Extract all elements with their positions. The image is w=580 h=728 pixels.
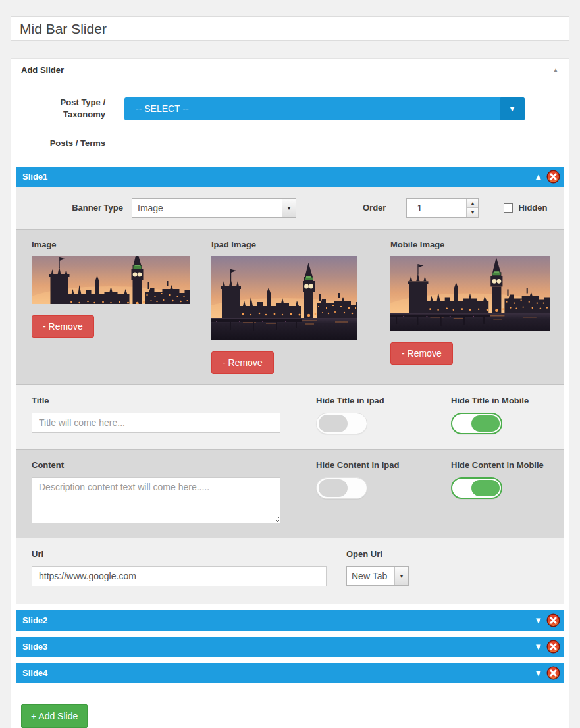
slide-2-delete-icon[interactable] <box>546 613 560 627</box>
slide-3-title: Slide3 <box>22 642 534 652</box>
slide-1-title: Slide1 <box>22 172 534 182</box>
post-type-select[interactable]: -- SELECT -- ▼ <box>124 97 525 120</box>
content-textarea[interactable] <box>32 477 280 523</box>
posts-terms-row: Posts / Terms <box>20 138 564 149</box>
hide-content-mobile-col: Hide Content in Mobile <box>451 460 564 526</box>
open-url-select[interactable]: New Tab ▾ <box>346 566 409 586</box>
remove-mobile-image-button[interactable]: - Remove <box>390 342 453 365</box>
mobile-image-preview <box>390 256 550 331</box>
hide-content-ipad-col: Hide Content in ipad <box>316 460 451 526</box>
select-arrow-icon[interactable]: ▾ <box>282 199 296 217</box>
slide-2-title: Slide2 <box>22 615 534 625</box>
panel-header[interactable]: Add Slider ▲ <box>11 59 569 82</box>
chevron-down-icon[interactable]: ▼ <box>500 97 525 120</box>
toggle-knob <box>471 415 500 432</box>
hide-title-ipad-label: Hide Title in ipad <box>316 396 451 405</box>
page-title-text: Mid Bar Slider <box>20 21 107 37</box>
ipad-image-preview <box>211 256 357 340</box>
post-type-row: Post Type / Taxonomy -- SELECT -- ▼ <box>20 97 564 120</box>
slide-1: Slide1 ▲ Banner Type Image ▾ Order <box>16 167 564 604</box>
hide-content-mobile-toggle[interactable] <box>451 477 502 499</box>
open-url-label: Open Url <box>346 549 564 559</box>
banner-type-row: Banner Type Image ▾ Order 1 ▲ ▼ <box>16 187 564 229</box>
caret-down-icon: ▼ <box>534 642 542 651</box>
add-slide-button[interactable]: + Add Slide <box>21 704 88 728</box>
hide-title-ipad-col: Hide Title in ipad <box>316 396 451 434</box>
url-label: Url <box>32 549 346 559</box>
image-preview <box>32 256 190 304</box>
slide-4-title: Slide4 <box>22 668 534 678</box>
open-url-select-value: New Tab <box>347 571 394 581</box>
order-label: Order <box>363 203 386 213</box>
banner-type-select[interactable]: Image ▾ <box>132 198 296 218</box>
content-label: Content <box>32 460 316 470</box>
caret-up-icon: ▲ <box>534 172 542 181</box>
hide-content-ipad-label: Hide Content in ipad <box>316 460 451 470</box>
panel-title: Add Slider <box>21 65 64 75</box>
hide-title-ipad-toggle[interactable] <box>316 413 367 434</box>
slide-3-header[interactable]: Slide3 ▼ <box>16 637 564 657</box>
slide-2: Slide2 ▼ <box>16 610 564 631</box>
url-input[interactable] <box>32 566 327 586</box>
hide-content-ipad-toggle[interactable] <box>316 477 367 499</box>
banner-type-label: Banner Type <box>16 203 123 213</box>
slide-4-header[interactable]: Slide4 ▼ <box>16 663 564 683</box>
toggle-knob <box>319 415 348 432</box>
content-row: Content Hide Content in ipad Hide Cont <box>16 449 564 538</box>
mobile-image-label: Mobile Image <box>390 240 550 249</box>
caret-down-icon: ▼ <box>534 616 542 625</box>
spinner-up-icon[interactable]: ▲ <box>467 199 478 209</box>
slide-4-delete-icon[interactable] <box>546 666 560 680</box>
add-slider-panel: Add Slider ▲ Post Type / Taxonomy -- SEL… <box>11 58 569 728</box>
remove-ipad-image-button[interactable]: - Remove <box>211 351 274 374</box>
title-field-col: Title <box>32 396 316 434</box>
post-type-label: Post Type / Taxonomy <box>20 97 105 120</box>
hide-title-mobile-col: Hide Title in Mobile <box>451 396 564 434</box>
url-row: Url Open Url New Tab ▾ <box>16 538 564 604</box>
posts-terms-label: Posts / Terms <box>20 138 105 149</box>
title-label: Title <box>32 396 316 405</box>
slide-2-header[interactable]: Slide2 ▼ <box>16 610 564 631</box>
slide-1-body: Banner Type Image ▾ Order 1 ▲ ▼ <box>16 187 564 604</box>
toggle-knob <box>319 479 348 497</box>
page-title: Mid Bar Slider <box>11 16 569 41</box>
title-row: Title Hide Title in ipad Hide Title in <box>16 385 564 449</box>
caret-down-icon: ▼ <box>534 669 542 677</box>
image-col-mobile: Mobile Image - Remove <box>390 240 550 365</box>
hidden-checkbox[interactable] <box>504 203 513 213</box>
order-value[interactable]: 1 <box>407 199 466 217</box>
slide-3-delete-icon[interactable] <box>546 640 560 654</box>
hidden-label: Hidden <box>518 203 547 213</box>
banner-type-select-value: Image <box>132 203 282 213</box>
url-field-col: Url <box>32 549 346 586</box>
remove-image-button[interactable]: - Remove <box>32 315 94 338</box>
toggle-knob <box>471 480 500 496</box>
open-url-col: Open Url New Tab ▾ <box>346 549 564 586</box>
ipad-image-label: Ipad Image <box>211 240 357 249</box>
select-arrow-icon[interactable]: ▾ <box>394 567 408 585</box>
slide-3: Slide3 ▼ <box>16 637 564 657</box>
image-col-desktop: Image - Remove <box>32 240 190 338</box>
slide-4: Slide4 ▼ <box>16 663 564 683</box>
hide-title-mobile-toggle[interactable] <box>451 413 502 434</box>
image-col-ipad: Ipad Image - Remove <box>211 240 357 374</box>
slide-1-delete-icon[interactable] <box>546 170 560 184</box>
page: Mid Bar Slider Add Slider ▲ Post Type / … <box>0 0 580 728</box>
order-spinner[interactable]: ▲ ▼ <box>466 199 478 217</box>
title-input[interactable] <box>32 413 280 433</box>
post-type-select-value: -- SELECT -- <box>124 103 189 114</box>
collapse-up-icon[interactable]: ▲ <box>552 66 559 74</box>
image-label: Image <box>32 240 190 249</box>
hide-content-mobile-label: Hide Content in Mobile <box>451 460 564 470</box>
spinner-down-icon[interactable]: ▼ <box>467 208 478 217</box>
content-field-col: Content <box>32 460 316 526</box>
images-row: Image - Remove Ipad Image <box>16 229 564 385</box>
panel-body: Post Type / Taxonomy -- SELECT -- ▼ Post… <box>11 82 569 728</box>
hide-title-mobile-label: Hide Title in Mobile <box>451 396 564 405</box>
slides-list: Slide1 ▲ Banner Type Image ▾ Order <box>16 167 564 683</box>
order-input[interactable]: 1 ▲ ▼ <box>406 198 479 218</box>
slide-1-header[interactable]: Slide1 ▲ <box>16 167 564 187</box>
